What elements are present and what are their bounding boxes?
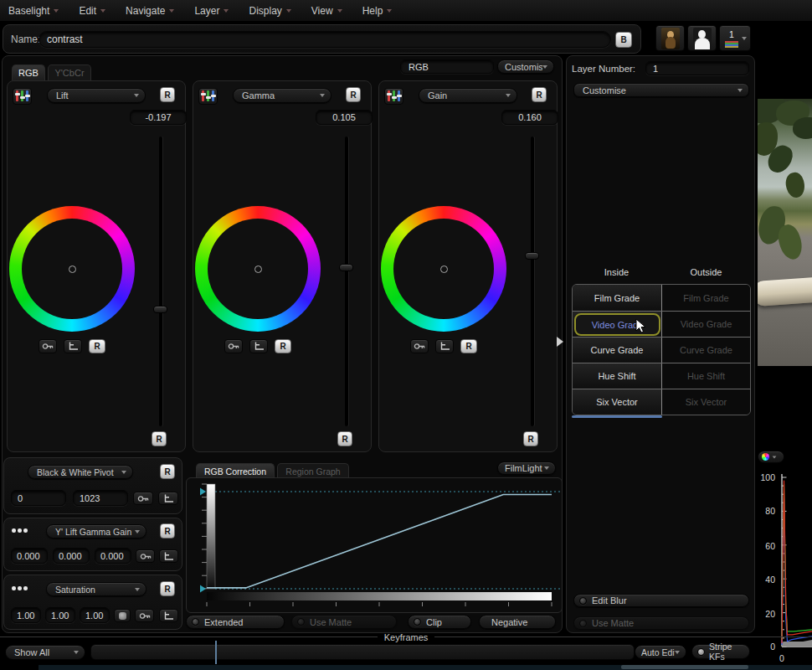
- matte-thumbnail-button[interactable]: [687, 25, 717, 51]
- extended-toggle[interactable]: Extended: [186, 615, 285, 629]
- bottom-scrollbar[interactable]: [621, 665, 748, 669]
- colorspace-field[interactable]: RGB: [400, 59, 494, 74]
- grade-outside-film[interactable]: Film Grade: [661, 285, 750, 311]
- menu-display[interactable]: Display: [249, 5, 290, 17]
- rgb-sliders-icon[interactable]: [384, 88, 403, 105]
- rgb-correction-graph[interactable]: [186, 477, 563, 613]
- lift-master-value[interactable]: -0.197: [130, 110, 187, 125]
- clip-toggle[interactable]: Clip: [408, 615, 471, 629]
- curve-graph-icon[interactable]: [158, 492, 178, 505]
- reset-button[interactable]: R: [532, 87, 547, 102]
- auto-edit-dropdown[interactable]: Auto Edit: [635, 645, 686, 659]
- reset-button[interactable]: R: [337, 431, 352, 446]
- menu-edit[interactable]: Edit: [79, 5, 105, 17]
- bw-pivot-low-field[interactable]: 0: [11, 490, 66, 506]
- reset-button[interactable]: R: [160, 464, 175, 479]
- grade-selected-video[interactable]: Video Grade: [574, 313, 660, 336]
- grade-inside-sixvector[interactable]: Six Vector: [573, 389, 661, 415]
- grade-inside-curve[interactable]: Curve Grade: [573, 338, 661, 363]
- reset-button[interactable]: R: [160, 523, 175, 539]
- keyframe-icon[interactable]: [410, 339, 429, 353]
- gain-slider-track[interactable]: [531, 137, 534, 426]
- edit-blur-toggle[interactable]: Edit Blur: [573, 594, 749, 607]
- show-all-dropdown[interactable]: Show All: [5, 645, 85, 660]
- grade-scroll-indicator[interactable]: [572, 415, 662, 418]
- scope-mode-button[interactable]: [758, 451, 784, 463]
- wheel-balance-dot[interactable]: [69, 265, 76, 273]
- customise-dropdown-top[interactable]: Customise: [497, 59, 554, 74]
- reset-button[interactable]: R: [89, 339, 105, 353]
- wheel-balance-dot[interactable]: [440, 265, 448, 273]
- rgb-sliders-icon[interactable]: [198, 88, 218, 105]
- ylgg-gamma-field[interactable]: 0.000: [53, 548, 90, 564]
- reset-button[interactable]: R: [152, 431, 167, 446]
- reset-button[interactable]: R: [460, 339, 477, 353]
- keyframe-icon[interactable]: [39, 339, 57, 353]
- keyframe-icon[interactable]: [133, 492, 153, 505]
- panel-expander-arrow[interactable]: [557, 337, 563, 347]
- grade-outside-video[interactable]: Video Grade: [661, 312, 750, 337]
- lift-slider-handle[interactable]: [153, 306, 167, 313]
- bw-pivot-high-field[interactable]: 1023: [73, 490, 128, 506]
- negative-button[interactable]: Negative: [479, 615, 556, 629]
- curve-graph-icon[interactable]: [64, 339, 82, 353]
- ylgg-gain-field[interactable]: 0.000: [95, 548, 131, 564]
- gamma-color-wheel[interactable]: [195, 206, 321, 332]
- keyframe-icon[interactable]: [135, 609, 154, 622]
- b-button[interactable]: B: [615, 32, 632, 48]
- gain-color-wheel[interactable]: [381, 206, 506, 332]
- gamma-function-dropdown[interactable]: Gamma: [233, 88, 331, 103]
- menu-view[interactable]: View: [311, 5, 342, 17]
- gain-function-dropdown[interactable]: Gain: [419, 88, 517, 103]
- menu-navigate[interactable]: Navigate: [126, 5, 174, 17]
- keyframe-timeline[interactable]: [90, 644, 635, 660]
- graph-mode-dropdown[interactable]: FilmLight: [497, 461, 556, 475]
- reset-button[interactable]: R: [160, 87, 175, 102]
- layer-select-button[interactable]: 1: [719, 25, 751, 51]
- keyframe-icon[interactable]: [136, 549, 155, 563]
- gamma-slider-track[interactable]: [345, 137, 348, 426]
- reset-button[interactable]: R: [346, 87, 361, 102]
- gamma-master-value[interactable]: 0.105: [316, 110, 373, 125]
- grade-outside-sixvector[interactable]: Six Vector: [661, 389, 750, 415]
- more-options-icon[interactable]: [12, 586, 28, 590]
- lift-function-dropdown[interactable]: Lift: [47, 88, 146, 103]
- grade-inside-film[interactable]: Film Grade: [573, 285, 661, 311]
- image-thumbnail-button[interactable]: [655, 25, 685, 51]
- grade-outside-hue[interactable]: Hue Shift: [661, 363, 750, 389]
- lift-color-wheel[interactable]: [9, 206, 135, 332]
- ylgg-lift-field[interactable]: 0.000: [11, 548, 48, 564]
- reset-button[interactable]: R: [523, 431, 538, 446]
- reset-button[interactable]: R: [160, 581, 175, 596]
- gain-master-value[interactable]: 0.160: [501, 110, 558, 125]
- bw-pivot-dropdown[interactable]: Black & White Pivot: [28, 465, 133, 479]
- more-options-icon[interactable]: [12, 528, 28, 533]
- stripe-kfs-toggle[interactable]: Stripe KFs: [691, 644, 750, 659]
- gamma-slider-handle[interactable]: [339, 264, 353, 271]
- rgb-sliders-icon[interactable]: [13, 88, 32, 105]
- menu-layer[interactable]: Layer: [194, 5, 229, 17]
- reset-button[interactable]: R: [275, 339, 291, 353]
- grade-inside-hue[interactable]: Hue Shift: [573, 363, 661, 389]
- tab-ycbcr[interactable]: Y'CbCr: [48, 64, 91, 80]
- gain-slider-handle[interactable]: [525, 252, 539, 260]
- saturation-field-2[interactable]: 1.00: [45, 607, 75, 623]
- curve-graph-icon[interactable]: [159, 609, 178, 622]
- grade-outside-curve[interactable]: Curve Grade: [661, 338, 750, 363]
- tab-rgb[interactable]: RGB: [12, 64, 45, 80]
- lift-slider-track[interactable]: [159, 137, 162, 426]
- curve-graph-icon[interactable]: [435, 339, 454, 353]
- customise-dropdown-layer[interactable]: Customise: [573, 83, 749, 97]
- keyframe-icon[interactable]: [224, 339, 243, 353]
- ylgg-dropdown[interactable]: Y' Lift Gamma Gain: [46, 524, 146, 539]
- curve-graph-icon[interactable]: [249, 339, 268, 353]
- wheel-balance-dot[interactable]: [254, 265, 262, 273]
- saturation-field-3[interactable]: 1.00: [80, 607, 110, 623]
- name-input[interactable]: contrast: [39, 31, 611, 48]
- layer-number-field[interactable]: 1: [645, 61, 749, 75]
- menu-help[interactable]: Help: [362, 5, 393, 17]
- menu-baselight[interactable]: Baselight: [8, 5, 59, 17]
- curve-graph-icon[interactable]: [159, 549, 178, 563]
- saturation-dropdown[interactable]: Saturation: [46, 582, 146, 596]
- playhead-marker[interactable]: [215, 641, 217, 664]
